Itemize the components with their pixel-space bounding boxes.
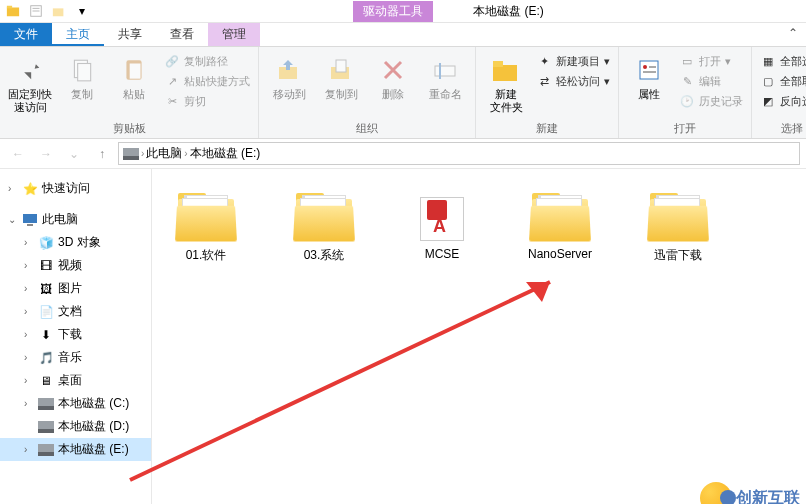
tab-view[interactable]: 查看 <box>156 23 208 46</box>
navigation-pane: ›⭐快速访问 ⌄此电脑 ›🧊3D 对象 ›🎞视频 ›🖼图片 ›📄文档 ›⬇下载 … <box>0 169 152 504</box>
tree-pictures[interactable]: ›🖼图片 <box>0 277 151 300</box>
copyto-icon <box>325 54 357 86</box>
properties-icon <box>633 54 665 86</box>
window-title: 本地磁盘 (E:) <box>473 3 544 20</box>
select-none-button[interactable]: ▢全部取消 <box>758 72 806 90</box>
tree-this-pc[interactable]: ⌄此电脑 <box>0 208 151 231</box>
tab-manage[interactable]: 管理 <box>208 23 260 46</box>
move-to-button[interactable]: 移动到 <box>265 50 313 101</box>
nav-back-button[interactable]: ← <box>6 142 30 166</box>
ribbon-group-open: 属性 ▭打开 ▾ ✎编辑 🕑历史记录 打开 <box>619 47 752 138</box>
svg-rect-16 <box>493 61 503 67</box>
folder-label: 迅雷下载 <box>654 247 702 264</box>
copy-path-button[interactable]: 🔗复制路径 <box>162 52 252 70</box>
pc-icon <box>22 212 38 228</box>
nav-recent-button[interactable]: ⌄ <box>62 142 86 166</box>
address-bar: ← → ⌄ ↑ › 此电脑 › 本地磁盘 (E:) <box>0 139 806 169</box>
qat-new-folder-icon[interactable] <box>48 1 70 21</box>
breadcrumb-drive[interactable]: 本地磁盘 (E:) <box>190 145 261 162</box>
pin-icon <box>14 54 46 86</box>
tree-documents[interactable]: ›📄文档 <box>0 300 151 323</box>
pin-quick-access-button[interactable]: 固定到快 速访问 <box>6 50 54 114</box>
svg-rect-23 <box>23 214 37 223</box>
drive-icon <box>38 442 54 458</box>
copy-to-button[interactable]: 复制到 <box>317 50 365 101</box>
content-pane[interactable]: 01.软件03.系统AMCSENanoServer迅雷下载 <box>152 169 806 504</box>
folder-item[interactable]: 迅雷下载 <box>628 187 728 268</box>
breadcrumb[interactable]: › 此电脑 › 本地磁盘 (E:) <box>118 142 800 165</box>
tree-downloads[interactable]: ›⬇下载 <box>0 323 151 346</box>
tree-drive-d[interactable]: 本地磁盘 (D:) <box>0 415 151 438</box>
ribbon-collapse-icon[interactable]: ⌃ <box>780 23 806 46</box>
tree-desktop[interactable]: ›🖥桌面 <box>0 369 151 392</box>
group-label-new: 新建 <box>482 119 612 136</box>
invert-icon: ◩ <box>760 93 776 109</box>
chevron-down-icon[interactable]: ⌄ <box>8 214 18 225</box>
tab-share[interactable]: 共享 <box>104 23 156 46</box>
nav-up-button[interactable]: ↑ <box>90 142 114 166</box>
contextual-tab-label: 驱动器工具 <box>353 1 433 22</box>
folder-item[interactable]: 03.系统 <box>274 187 374 268</box>
group-label-clipboard: 剪贴板 <box>6 119 252 136</box>
svg-rect-13 <box>435 66 455 76</box>
folder-icon <box>292 191 356 243</box>
edit-button[interactable]: ✎编辑 <box>677 72 745 90</box>
svg-rect-0 <box>7 8 19 17</box>
quick-access-toolbar: ▾ <box>2 1 93 21</box>
chevron-right-icon[interactable]: › <box>184 148 187 159</box>
easy-access-button[interactable]: ⇄轻松访问 ▾ <box>534 72 612 90</box>
tab-home[interactable]: 主页 <box>52 23 104 46</box>
nav-forward-button[interactable]: → <box>34 142 58 166</box>
copy-button[interactable]: 复制 <box>58 50 106 101</box>
new-folder-button[interactable]: 新建 文件夹 <box>482 50 530 114</box>
paste-shortcut-button[interactable]: ↗粘贴快捷方式 <box>162 72 252 90</box>
cube-icon: 🧊 <box>38 235 54 251</box>
tree-3d-objects[interactable]: ›🧊3D 对象 <box>0 231 151 254</box>
svg-rect-22 <box>123 156 139 160</box>
qat-properties-icon[interactable] <box>25 1 47 21</box>
folder-icon <box>174 191 238 243</box>
svg-rect-7 <box>78 64 91 81</box>
chevron-right-icon[interactable]: › <box>8 183 18 194</box>
ribbon-group-clipboard: 固定到快 速访问 复制 粘贴 🔗复制路径 ↗粘贴快捷方式 ✂剪切 剪贴板 <box>0 47 259 138</box>
new-folder-icon <box>490 54 522 86</box>
folder-item[interactable]: NanoServer <box>510 187 610 268</box>
history-icon: 🕑 <box>679 93 695 109</box>
tree-drive-c[interactable]: ›本地磁盘 (C:) <box>0 392 151 415</box>
tree-music[interactable]: ›🎵音乐 <box>0 346 151 369</box>
tree-drive-e[interactable]: ›本地磁盘 (E:) <box>0 438 151 461</box>
open-icon: ▭ <box>679 53 695 69</box>
folder-label: 01.软件 <box>186 247 227 264</box>
folder-icon <box>646 191 710 243</box>
qat-dropdown-icon[interactable]: ▾ <box>71 1 93 21</box>
invert-selection-button[interactable]: ◩反向选择 <box>758 92 806 110</box>
qat-explorer-icon[interactable] <box>2 1 24 21</box>
path-icon: 🔗 <box>164 53 180 69</box>
ribbon-tabs: 文件 主页 共享 查看 管理 ⌃ <box>0 23 806 47</box>
folder-item[interactable]: 01.软件 <box>156 187 256 268</box>
rename-button[interactable]: 重命名 <box>421 50 469 101</box>
new-item-icon: ✦ <box>536 53 552 69</box>
drive-icon <box>38 419 54 435</box>
title-bar: ▾ 驱动器工具 本地磁盘 (E:) <box>0 0 806 23</box>
breadcrumb-pc[interactable]: 此电脑 <box>146 145 182 162</box>
svg-rect-28 <box>38 429 54 433</box>
explorer-body: ›⭐快速访问 ⌄此电脑 ›🧊3D 对象 ›🎞视频 ›🖼图片 ›📄文档 ›⬇下载 … <box>0 169 806 504</box>
rename-icon <box>429 54 461 86</box>
music-icon: 🎵 <box>38 350 54 366</box>
tree-videos[interactable]: ›🎞视频 <box>0 254 151 277</box>
chevron-right-icon[interactable]: › <box>141 148 144 159</box>
breadcrumb-drive-icon <box>123 148 139 160</box>
select-all-button[interactable]: ▦全部选择 <box>758 52 806 70</box>
tab-file[interactable]: 文件 <box>0 23 52 46</box>
history-button[interactable]: 🕑历史记录 <box>677 92 745 110</box>
paste-button[interactable]: 粘贴 <box>110 50 158 101</box>
cut-button[interactable]: ✂剪切 <box>162 92 252 110</box>
delete-button[interactable]: 删除 <box>369 50 417 101</box>
properties-button[interactable]: 属性 <box>625 50 673 101</box>
tree-quick-access[interactable]: ›⭐快速访问 <box>0 177 151 200</box>
new-item-button[interactable]: ✦新建项目 ▾ <box>534 52 612 70</box>
folder-label: 03.系统 <box>304 247 345 264</box>
open-button[interactable]: ▭打开 ▾ <box>677 52 745 70</box>
folder-item[interactable]: AMCSE <box>392 187 492 268</box>
